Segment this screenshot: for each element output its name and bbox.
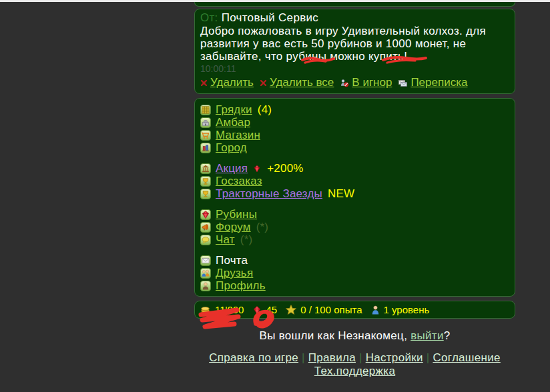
menu-item-traktornye-zaezdy[interactable]: Тракторные Заезды NEW xyxy=(200,187,509,200)
menu-item-forum[interactable]: Форум (*) xyxy=(200,221,509,233)
message-line: развития у вас есть 50 рубинов и 1000 мо… xyxy=(200,37,509,50)
footer-row-1: Справка по игре|Правила|Настройки|Соглаш… xyxy=(194,351,515,365)
shop-cart-icon xyxy=(200,130,211,141)
level-value: 1 уровень xyxy=(384,304,430,315)
rubiny-link[interactable]: Рубины xyxy=(216,208,257,221)
akciya-link[interactable]: Акция xyxy=(216,162,248,175)
barn-icon xyxy=(200,117,211,128)
menu-item-druzya[interactable]: Друзья xyxy=(200,267,509,279)
menu-group-farm: Грядки (4) Амбар xyxy=(200,103,509,154)
megaphone-icon xyxy=(200,222,211,233)
akciya-bonus: +200% xyxy=(267,162,303,175)
message-line: Добро пожаловать в игру Удивительный кол… xyxy=(200,25,509,37)
delete-x-icon xyxy=(200,79,208,87)
help-link[interactable]: Справка по игре xyxy=(209,351,298,364)
footer-row-2: Тех.поддержка xyxy=(194,365,515,378)
menu-item-profil[interactable]: Профиль xyxy=(200,279,509,292)
new-badge: NEW xyxy=(328,187,354,201)
city-icon xyxy=(200,143,211,153)
message-timestamp: 10:00:11 xyxy=(200,63,509,74)
logout-link[interactable]: выйти xyxy=(410,329,444,342)
star-icon xyxy=(285,304,297,315)
coins-stat: 11'000 xyxy=(199,304,244,315)
menu-item-chat[interactable]: Чат (*) xyxy=(200,233,509,246)
gorod-link[interactable]: Город xyxy=(216,141,247,155)
ruby-gem-icon xyxy=(252,164,262,173)
level-person-icon xyxy=(370,305,380,315)
separator: | xyxy=(359,351,362,364)
menu-item-pochta[interactable]: Почта xyxy=(200,254,509,267)
rubies-stat: 45 xyxy=(252,304,277,315)
menu-item-goszakaz[interactable]: Госзаказ xyxy=(200,175,509,187)
message-line: забывайте, что рубины можно купить! xyxy=(200,50,509,63)
friends-icon xyxy=(200,268,211,279)
message-body: Добро пожаловать в игру Удивительный кол… xyxy=(200,25,509,63)
delete-action[interactable]: Удалить xyxy=(200,75,254,90)
profile-icon xyxy=(200,281,211,291)
envelope-icon xyxy=(200,255,211,266)
coins-value: 11'000 xyxy=(215,304,244,315)
content-column: От: Почтовый Сервис Добро пожаловать в и… xyxy=(194,0,515,378)
druzya-link[interactable]: Друзья xyxy=(216,267,253,280)
main-menu-panel: Грядки (4) Амбар xyxy=(194,98,515,297)
footer-links: Справка по игре|Правила|Настройки|Соглаш… xyxy=(194,351,515,378)
message-header: От: Почтовый Сервис xyxy=(200,11,509,25)
rules-link[interactable]: Правила xyxy=(308,351,356,364)
resources-status-bar: 11'000 45 0 / 100 опыта 1 уровень xyxy=(194,301,515,319)
ignore-link[interactable]: В игнор xyxy=(352,75,392,90)
menu-group-events: Акция +200% Госзаказ xyxy=(200,162,509,200)
ambar-link[interactable]: Амбар xyxy=(216,116,250,129)
settings-link[interactable]: Настройки xyxy=(366,351,423,364)
field-beds-icon xyxy=(200,105,211,115)
rubies-value: 45 xyxy=(266,304,277,315)
message-actions: Удалить Удалить все В игнор xyxy=(200,75,509,90)
login-suffix: ? xyxy=(444,329,451,342)
delete-x-icon xyxy=(260,79,267,87)
separator: | xyxy=(302,351,305,364)
level-stat: 1 уровень xyxy=(370,304,430,315)
traktornye-zaezdy-link[interactable]: Тракторные Заезды xyxy=(216,187,322,201)
menu-item-gryadki[interactable]: Грядки (4) xyxy=(200,103,509,116)
forum-link[interactable]: Форум xyxy=(216,221,251,234)
ruby-icon xyxy=(200,209,211,220)
promo-building-icon xyxy=(200,163,211,174)
coins-icon xyxy=(199,305,212,315)
menu-item-ambar[interactable]: Амбар xyxy=(200,116,509,129)
cutoff-panel-top xyxy=(194,2,515,7)
menu-item-gorod[interactable]: Город xyxy=(200,141,509,154)
correspondence-icon xyxy=(398,79,408,87)
profil-link[interactable]: Профиль xyxy=(216,279,266,293)
ignore-action[interactable]: В игнор xyxy=(340,75,392,90)
separator: | xyxy=(427,351,430,364)
experience-stat: 0 / 100 опыта xyxy=(285,304,362,315)
delete-all-action[interactable]: Удалить все xyxy=(260,75,334,90)
delete-all-link[interactable]: Удалить все xyxy=(270,75,334,90)
menu-group-personal: Почта Друзья Профиль xyxy=(200,254,509,292)
menu-item-akciya[interactable]: Акция +200% xyxy=(200,162,509,175)
ignore-user-icon xyxy=(340,78,349,87)
ruby-gem-icon xyxy=(252,305,262,315)
trophy-icon xyxy=(200,176,211,187)
chat-bubble-icon xyxy=(200,235,211,245)
chat-asterisk: (*) xyxy=(240,233,253,247)
gryadki-count: (4) xyxy=(258,103,272,117)
message-sender: Почтовый Сервис xyxy=(222,11,318,24)
delete-link[interactable]: Удалить xyxy=(210,75,254,90)
agreement-link[interactable]: Соглашение xyxy=(433,351,500,364)
magazin-link[interactable]: Магазин xyxy=(216,129,260,142)
chat-link[interactable]: Чат xyxy=(216,233,235,247)
gryadki-link[interactable]: Грядки xyxy=(216,103,252,117)
trophy-icon xyxy=(200,189,211,199)
menu-group-social: Рубины Форум (*) Чат (*) xyxy=(200,208,509,246)
correspondence-action[interactable]: Переписка xyxy=(398,75,467,90)
mail-message-panel: От: Почтовый Сервис Добро пожаловать в и… xyxy=(194,9,515,94)
forum-asterisk: (*) xyxy=(256,221,269,234)
menu-item-rubiny[interactable]: Рубины xyxy=(200,208,509,221)
message-from-label: От: xyxy=(200,11,218,24)
goszakaz-link[interactable]: Госзаказ xyxy=(216,175,262,188)
pochta-current-page: Почта xyxy=(216,254,248,267)
menu-item-magazin[interactable]: Магазин xyxy=(200,129,509,141)
login-prefix: Вы вошли как Незнакомец, xyxy=(260,329,408,342)
support-link[interactable]: Тех.поддержка xyxy=(314,365,395,377)
correspondence-link[interactable]: Переписка xyxy=(410,75,467,90)
